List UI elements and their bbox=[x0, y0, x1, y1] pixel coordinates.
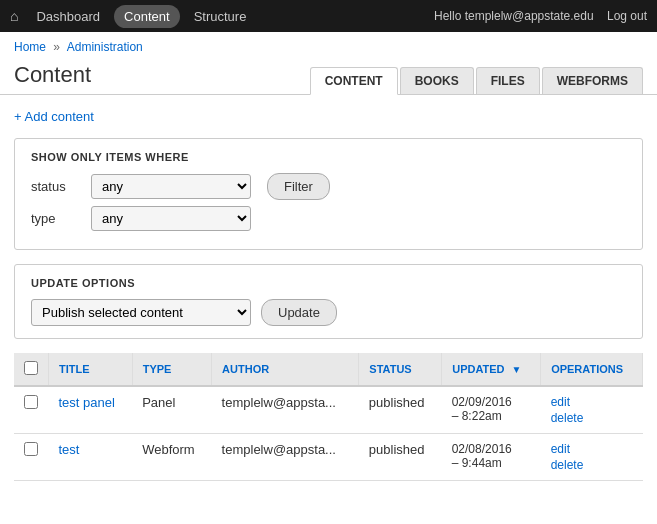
topbar: ⌂ Dashboard Content Structure Hello temp… bbox=[0, 0, 657, 32]
topbar-user: Hello templelw@appstate.edu Log out bbox=[434, 9, 647, 23]
tab-files[interactable]: FILES bbox=[476, 67, 540, 94]
update-row: Publish selected content Unpublish selec… bbox=[31, 299, 626, 326]
row-author: templelw@appsta... bbox=[212, 386, 359, 434]
op-delete-link[interactable]: delete bbox=[551, 411, 633, 425]
col-status[interactable]: STATUS bbox=[359, 353, 442, 386]
row-operations: editdelete bbox=[541, 386, 643, 434]
tab-bar: CONTENT BOOKS FILES WEBFORMS bbox=[310, 67, 643, 94]
filter-select-type[interactable]: any Panel Webform Page Article bbox=[91, 206, 251, 231]
breadcrumb: Home » Administration bbox=[0, 32, 657, 58]
add-content-link[interactable]: + Add content bbox=[14, 109, 94, 124]
filter-label-type: type bbox=[31, 211, 91, 226]
filter-button[interactable]: Filter bbox=[267, 173, 330, 200]
row-author: templelw@appsta... bbox=[212, 434, 359, 481]
top-nav: Dashboard Content Structure bbox=[26, 5, 434, 28]
row-type: Webform bbox=[132, 434, 211, 481]
row-checkbox[interactable] bbox=[24, 395, 38, 409]
content-table: TITLE TYPE AUTHOR STATUS UPDATED ▼ OPERA… bbox=[14, 353, 643, 481]
update-box-title: UPDATE OPTIONS bbox=[31, 277, 626, 289]
filter-label-status: status bbox=[31, 179, 91, 194]
table-row: test panelPaneltemplelw@appsta...publish… bbox=[14, 386, 643, 434]
tab-webforms[interactable]: WEBFORMS bbox=[542, 67, 643, 94]
col-title[interactable]: TITLE bbox=[49, 353, 133, 386]
update-button[interactable]: Update bbox=[261, 299, 337, 326]
select-all-checkbox[interactable] bbox=[24, 361, 38, 375]
op-edit-link[interactable]: edit bbox=[551, 395, 633, 409]
op-delete-link[interactable]: delete bbox=[551, 458, 633, 472]
breadcrumb-separator: » bbox=[53, 40, 60, 54]
row-updated: 02/09/2016– 8:22am bbox=[442, 386, 541, 434]
filter-select-status[interactable]: any published unpublished bbox=[91, 174, 251, 199]
filter-box-title: SHOW ONLY ITEMS WHERE bbox=[31, 151, 626, 163]
nav-dashboard[interactable]: Dashboard bbox=[26, 5, 110, 28]
table-header-row: TITLE TYPE AUTHOR STATUS UPDATED ▼ OPERA… bbox=[14, 353, 643, 386]
nav-content[interactable]: Content bbox=[114, 5, 180, 28]
main-content: + Add content SHOW ONLY ITEMS WHERE stat… bbox=[0, 95, 657, 495]
row-title-link[interactable]: test bbox=[59, 442, 80, 457]
row-operations: editdelete bbox=[541, 434, 643, 481]
update-select[interactable]: Publish selected content Unpublish selec… bbox=[31, 299, 251, 326]
breadcrumb-home[interactable]: Home bbox=[14, 40, 46, 54]
filter-row-status: status any published unpublished Filter bbox=[31, 173, 626, 200]
breadcrumb-admin[interactable]: Administration bbox=[67, 40, 143, 54]
filter-row-type: type any Panel Webform Page Article bbox=[31, 206, 626, 231]
sort-arrow-icon: ▼ bbox=[512, 364, 522, 375]
page-header: Content CONTENT BOOKS FILES WEBFORMS bbox=[0, 58, 657, 95]
tab-content[interactable]: CONTENT bbox=[310, 67, 398, 95]
op-edit-link[interactable]: edit bbox=[551, 442, 633, 456]
tab-books[interactable]: BOOKS bbox=[400, 67, 474, 94]
col-check bbox=[14, 353, 49, 386]
col-author[interactable]: AUTHOR bbox=[212, 353, 359, 386]
row-status: published bbox=[359, 434, 442, 481]
row-checkbox[interactable] bbox=[24, 442, 38, 456]
user-greeting: Hello templelw@appstate.edu bbox=[434, 9, 594, 23]
col-updated[interactable]: UPDATED ▼ bbox=[442, 353, 541, 386]
row-updated: 02/08/2016– 9:44am bbox=[442, 434, 541, 481]
filter-box: SHOW ONLY ITEMS WHERE status any publish… bbox=[14, 138, 643, 250]
row-title-link[interactable]: test panel bbox=[59, 395, 115, 410]
page-title: Content bbox=[14, 62, 310, 94]
update-box: UPDATE OPTIONS Publish selected content … bbox=[14, 264, 643, 339]
col-type[interactable]: TYPE bbox=[132, 353, 211, 386]
table-row: testWebformtemplelw@appsta...published02… bbox=[14, 434, 643, 481]
nav-structure[interactable]: Structure bbox=[184, 5, 257, 28]
col-operations: OPERATIONS bbox=[541, 353, 643, 386]
logout-link[interactable]: Log out bbox=[607, 9, 647, 23]
row-type: Panel bbox=[132, 386, 211, 434]
row-status: published bbox=[359, 386, 442, 434]
home-icon[interactable]: ⌂ bbox=[10, 8, 18, 24]
